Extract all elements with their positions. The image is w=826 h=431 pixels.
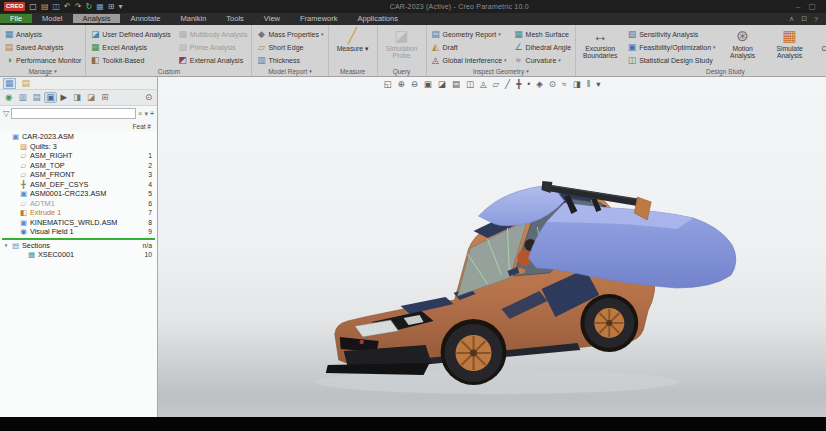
help-icon[interactable]: ?	[814, 16, 818, 23]
external-analysis-button[interactable]: ◩External Analysis	[176, 54, 250, 66]
multibody-analysis-button[interactable]: ▩Multibody Analysis	[176, 28, 250, 40]
car-3d-model[interactable]	[158, 77, 826, 417]
mesh-surface-button[interactable]: ▦Mesh Surface	[512, 28, 574, 40]
geometry-report-button[interactable]: ▤Geometry Report▾	[429, 28, 509, 40]
tree-item-adtm1[interactable]: ▱ADTM16	[0, 199, 157, 209]
dihedral-angle-button[interactable]: ∠Dihedral Angle	[512, 41, 574, 53]
tree-item-asm0001-crc23-asm[interactable]: ▣ASM0001-CRC23.ASM5	[0, 189, 157, 199]
simulation-probe-button[interactable]: ◪Simulation Probe	[380, 26, 424, 61]
named-views-icon[interactable]: ▤	[451, 80, 461, 89]
zoom-in-icon[interactable]: ⊕	[397, 80, 406, 89]
show-annotations-icon[interactable]: ◪	[86, 93, 96, 102]
tree-search-input[interactable]	[11, 108, 136, 119]
simulation-overlay-icon[interactable]: ≈	[561, 80, 568, 89]
clearance-and-creepage-analysis-button[interactable]: ≈Clearance and Creepage Analysis	[815, 26, 826, 68]
filter-dropdown-icon[interactable]: ▾	[144, 110, 148, 117]
open-icon[interactable]: ▤	[41, 2, 49, 11]
tree-item-kinematics-wrld-asm[interactable]: ▣KINEMATICS_WRLD.ASM8	[0, 218, 157, 228]
maximize-button[interactable]: ▢	[808, 2, 816, 11]
spin-center-icon[interactable]: ⊙	[548, 80, 557, 89]
simulate-analysis-button[interactable]: ▦Simulate Analysis	[768, 26, 812, 61]
curvature-button[interactable]: ≈Curvature▾	[512, 54, 574, 66]
point-display-icon[interactable]: •	[526, 80, 531, 89]
statistical-design-study-button[interactable]: ◫Statistical Design Study	[625, 54, 717, 66]
tree-item-asm-front[interactable]: ▱ASM_FRONT3	[0, 170, 157, 180]
collapse-ribbon-icon[interactable]: ∧	[789, 15, 794, 23]
tab-applications[interactable]: Applications	[348, 14, 408, 23]
clear-filter-icon[interactable]: ×	[138, 110, 142, 117]
measure-button[interactable]: ╱Measure ▾	[331, 26, 375, 53]
tree-item-visual-field-1[interactable]: ◉Visual Field 19	[0, 227, 157, 237]
graphics-area[interactable]: ◱⊕⊖▣◪▤◫◬▱╱╋•◈⊙≈◨‖▾	[158, 77, 826, 417]
feasibility-optimization-button[interactable]: ▣Feasibility/Optimization▾	[625, 41, 717, 53]
prime-analysis-button[interactable]: ▨Prime Analysis	[176, 41, 250, 53]
tab-model[interactable]: Model	[32, 14, 72, 23]
datum-planes-icon[interactable]: ▱	[492, 80, 501, 89]
add-filter-icon[interactable]: +	[150, 110, 154, 117]
tree-item-quilts-3[interactable]: ▨Quilts: 3	[0, 142, 157, 152]
saved-analysis-button[interactable]: ▤Saved Analysis	[2, 41, 83, 53]
tree-columns-icon[interactable]: ▥	[17, 93, 27, 102]
save-icon[interactable]: ◫	[52, 2, 60, 11]
tree-item-car-2023-asm[interactable]: ▣CAR-2023.ASM	[0, 132, 157, 142]
new-file-icon[interactable]: ▢	[29, 2, 37, 11]
tree-item-extrude-1[interactable]: ◧Extrude 17	[0, 208, 157, 218]
pause-icon[interactable]: ‖	[586, 80, 592, 89]
zoom-out-icon[interactable]: ⊖	[410, 80, 419, 89]
filter-funnel-icon[interactable]: ▽	[3, 109, 9, 118]
analysis-button[interactable]: ▦Analysis	[2, 28, 83, 40]
collapse-toolbar-icon[interactable]: ▾	[595, 80, 601, 89]
mass-properties-button[interactable]: ◆Mass Properties▾	[254, 28, 325, 40]
datum-axes-icon[interactable]: ╱	[504, 80, 511, 89]
csys-display-icon[interactable]: ╋	[515, 80, 522, 89]
tab-file[interactable]: File	[0, 14, 32, 23]
tree-filters-icon[interactable]: ▤	[31, 93, 41, 102]
tab-view[interactable]: View	[254, 14, 290, 23]
tab-tools[interactable]: Tools	[216, 14, 254, 23]
view-manager-icon[interactable]: ◫	[465, 80, 475, 89]
annotation-display-icon[interactable]: ◈	[535, 80, 544, 89]
folder-browser-tab[interactable]: ▤	[21, 79, 32, 88]
tree-item-asm-top[interactable]: ▱ASM_TOP2	[0, 161, 157, 171]
minimize-button[interactable]: –	[796, 2, 800, 11]
draft-button[interactable]: ◭Draft	[429, 41, 509, 53]
refit-icon[interactable]: ◱	[383, 80, 393, 89]
tree-item-xsec0001[interactable]: ▦XSEC000110	[0, 250, 157, 260]
short-edge-button[interactable]: ▱Short Edge	[254, 41, 325, 53]
global-interference-button[interactable]: ◬Global Interference▾	[429, 54, 509, 66]
tree-item-asm-right[interactable]: ▱ASM_RIGHT1	[0, 151, 157, 161]
thickness-button[interactable]: ▥Thickness	[254, 54, 325, 66]
motion-analysis-button[interactable]: ⊛Motion Analysis	[721, 26, 765, 61]
sensitivity-analysis-button[interactable]: ▧Sensitivity Analysis	[625, 28, 717, 40]
tab-manikin[interactable]: Manikin	[171, 14, 217, 23]
tree-item-sections[interactable]: ▾▤Sectionsn/a	[0, 241, 157, 251]
highlight-geometry-icon[interactable]: ▣	[45, 93, 55, 102]
toolkit-based-button[interactable]: ◧Toolkit-Based	[88, 54, 172, 66]
tab-framework[interactable]: Framework	[290, 14, 348, 23]
undo-icon[interactable]: ↶	[64, 2, 71, 11]
tab-annotate[interactable]: Annotate	[120, 14, 170, 23]
regenerate-icon[interactable]: ↻	[85, 2, 92, 11]
redo-icon[interactable]: ↷	[75, 2, 82, 11]
model-display-icon[interactable]: ▦	[96, 2, 104, 11]
tree-expander-icon[interactable]: ▾	[3, 242, 9, 248]
display-style-icon[interactable]: ◪	[437, 80, 447, 89]
button-label: Statistical Design Study	[639, 57, 713, 64]
perspective-icon[interactable]: ◬	[479, 80, 488, 89]
repaint-icon[interactable]: ▣	[423, 80, 433, 89]
unhide-icon[interactable]: ◨	[72, 93, 82, 102]
model-tree-tab[interactable]: ▦	[4, 79, 15, 88]
tab-analysis[interactable]: Analysis	[73, 14, 121, 23]
tree-item-asm-def-csys[interactable]: ╋ASM_DEF_CSYS4	[0, 180, 157, 190]
ribbon-options-icon[interactable]: ⊡	[801, 15, 807, 23]
excursion-boundaries-button[interactable]: ↔Excursion Boundaries	[578, 26, 622, 61]
windows-icon[interactable]: ⊞	[108, 2, 115, 11]
select-mode-icon[interactable]: ▶	[60, 93, 69, 102]
user-defined-analysis-button[interactable]: ◪User Defined Analysis	[88, 28, 172, 40]
realtime-render-icon[interactable]: ◨	[572, 80, 582, 89]
show-options-icon[interactable]: ◉	[4, 93, 13, 102]
excel-analysis-button[interactable]: ▦Excel Analysis	[88, 41, 172, 53]
performance-monitor-button[interactable]: ◑Performance Monitor	[2, 54, 83, 66]
expand-all-icon[interactable]: ⊞	[100, 93, 109, 102]
search-icon[interactable]: ⊙	[144, 93, 153, 102]
